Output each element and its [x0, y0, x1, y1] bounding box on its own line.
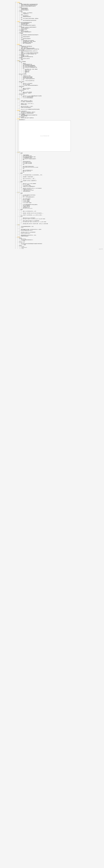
tree-node: 不同点	[21, 52, 102, 53]
leaf-text: 可推广:若a∥b,b∥c,c∥d,则a∥d	[21, 58, 102, 59]
tree-node: ①不相交的两条直线是平行线	[23, 64, 102, 65]
leaf-text: 如图,∠1=∠3, 试说明 a∥b	[23, 88, 102, 89]
tree-node: 8经过直线l外一点P,可以作__条直线与l平行(1)	[21, 179, 102, 181]
tree-node: 证:∵∠1=∠2 ∴AB∥CD	[23, 184, 102, 185]
leaf-text: 同一平面内,直线a与b满足a⊥c,b⊥c,则a与b的关系是____ (平行)	[23, 175, 102, 175]
tree-node: 两条直线被第三条直线所截,同位角相等,两直线平行	[23, 34, 102, 35]
leaf-text: 答:C(……应为可能,题答案依原卷为C)	[23, 196, 102, 197]
watermark: 道客巴巴	[99, 248, 103, 250]
leaf-text: 证:CD⊥AB,FG⊥AB→CD∥FG→∠2=∠DCB;又∠1=∠2→∠1=∠D…	[23, 221, 102, 222]
tree-node: ∵∠2=∠3 ∴BC∥EF(内错角相等)	[23, 97, 102, 98]
leaf-text: 分析:∠1与∠2是同位角	[23, 84, 102, 85]
tree-node: 知识归纳(知识结构表格见下)判定 方法 | 文字语言 | 图形 | 符号语言	[17, 118, 102, 152]
leaf-text: A.∠C=∠ABE B.∠A=∠EBD	[23, 162, 102, 163]
tree-node: ①垂直中"过一点"可在直线上或直线外;平行必须在直线外	[21, 53, 102, 53]
leaf-text: ∠APC=∠C-∠A (或 ∠A-∠C)	[21, 233, 102, 234]
leaf-text: ①垂直中"过一点"可在直线上或直线外;平行必须在直线外	[21, 53, 102, 53]
tree-node: ③射线不行,错	[25, 71, 102, 72]
leaf-text: ∴AB∥EF(平行于同一直线的两直线平行)	[23, 186, 102, 187]
leaf-text: 提示:∠A=∠F→AC∥DF→∠C=∠CEF;又∠C=∠D→∠D=∠CEF→BD…	[23, 218, 102, 219]
leaf-text: 如图,已知AB∥CD,点P在AB、CD之间,探究∠APC与∠A、∠C的关系	[21, 229, 102, 230]
tree-node: 三、解答题7如图,已知∠A=∠F,∠C=∠D,求证BD∥CE提示:∠A=∠F→A…	[19, 216, 102, 224]
node-label: 2	[21, 197, 22, 198]
leaf-text: 如果 b∥a, c∥a, 那么 b∥c	[21, 31, 102, 31]
tree-node: 拓展探究1平面内n条直线两两相交,最多有__个交点n(n-1)/22如图,已知A…	[17, 224, 102, 237]
node-label: 例6	[21, 94, 22, 95]
tree-node: 理解本质含义,体会研究平面图形位置关系的方法	[21, 6, 102, 7]
tree-node: 如图,若∠1=∠4,则__∥__;若∠2=∠3,则__∥__	[21, 103, 102, 104]
node-label: 1	[19, 225, 20, 226]
tree-node: 技法二 添加辅助线当图中角难以直接联系时,过某点作已知直线的平行线用平行公理推论…	[19, 114, 102, 116]
tree-node: 定义辨析平行线是针对同一平面内直线定义的"不相交"就是没有交点"直线"——线段、…	[19, 45, 102, 50]
node-label: 1	[19, 99, 20, 100]
tree-node: 三、解答题9如图,已知∠1=∠2,∠3+∠4=180°,求证AB∥EF证:∵∠1…	[19, 181, 102, 192]
leaf-text: A.60° B.80° C.100° D.120°	[23, 170, 102, 172]
tree-node: 答:√ (同垂直于一条直线的两直线平行)	[21, 101, 102, 102]
tree-node: 如图,能判定EB∥AC的是( )	[23, 161, 102, 162]
tree-node: 2如图,能判定EB∥AC的是( )A.∠C=∠ABE B.∠A=∠EBDC.∠C…	[21, 160, 102, 165]
tree-node: 3如图,下列条件中不能判定a∥b的是( )A.∠1=∠3 B.∠2=∠3 C.∠…	[21, 165, 102, 169]
leaf-text: 两条直线被第三条直线所截,同位角相等,两直线平行	[23, 34, 102, 35]
tree-node: 同旁内角互补 → 两直线平行	[23, 93, 102, 93]
leaf-text: 答:B	[23, 168, 102, 169]
leaf-text: ④同一平面内,没有公共点的两条直线是平行线	[23, 67, 102, 68]
tree-node: 3、4 略	[21, 248, 102, 249]
tree-node: [类型六] 综合运用例6如图,已知∠1=∠2=∠3=55°, 判断图中哪些直线平…	[19, 94, 102, 98]
summary-table: 判定 方法 | 文字语言 | 图形 | 符号语言	[19, 120, 71, 152]
tree-node: 8如图,CD⊥AB于D,FG⊥AB于G,∠1=∠2,试说明DE∥BC证:CD⊥A…	[21, 219, 102, 222]
tree-node: 同一平面内不相交的两条直线叫做平行线a∥b 表示直线a与直线b平行必须是"在同一…	[19, 22, 102, 26]
leaf-text: 下列说法正确的是( )	[23, 155, 102, 155]
leaf-text: ①缺"同一平面",错	[25, 70, 102, 70]
leaf-text: 如图,已知∠1=∠2, 求证 AB∥CD	[23, 83, 102, 84]
tree-node: 3将一副三角板按如图放置,则下列结论正确的有( )①若∠2=30°,则AC∥DE…	[21, 203, 102, 209]
leaf-text: A.∵∠1=∠2 ∴AD∥BC	[23, 199, 102, 200]
leaf-text: 3、4 略	[21, 248, 102, 249]
tree-node: 先找"三线八角"→ 确定角的类型 → 选判定方法	[21, 112, 102, 113]
tree-node: 已知∠1=70°,∠2=110°,试判断AB与CD的位置关系并说明理由	[21, 109, 102, 110]
tree-node: ④同一平面内,没有公共点的两条直线是平行线	[23, 67, 102, 68]
tree-node: 4(规律)如图,AB∥CD,在之间依次有P₁,P₂,…,Pₙ折点左侧角之和=右侧…	[19, 234, 102, 237]
node-label: 4	[21, 169, 22, 170]
leaf-text: 定义三条件:同一平面、不相交、两条直线	[25, 69, 102, 70]
node-label: 例4	[21, 87, 22, 88]
node-label: 2	[19, 228, 20, 229]
leaf-text: 共同点:都研究两条直线的位置关系;过一点都只有一条	[21, 51, 102, 51]
leaf-text: 如图,∠1=120°,要使a∥b,则∠2=( )	[23, 170, 102, 170]
tree-node: 平行线的判定判定1两条直线被第三条直线所截,同位角相等,两直线平行判定2内错角相…	[19, 32, 102, 44]
tree-node: 2课时综合运用判定方法说明过程的书写(证明格式)	[21, 14, 102, 17]
tree-node: 平面内n条直线两两相交,最多有__个交点	[21, 226, 102, 227]
tree-node: 技法三 逆向推理由结论出发,需要什么条件→逐步回到已知	[19, 117, 102, 118]
tree-node: 1课时平行线(含义、平行公理及推论)平行线的判定方法	[21, 11, 102, 14]
tree-node: 技法一 利用角关系判平行先找"三线八角"→ 确定角的类型 → 选判定方法注意:必…	[19, 111, 102, 114]
tree-node: ②过C能作几条与a平行的直线?	[23, 77, 102, 78]
tree-node: B.同一平面内,不平行的两条直线一定相交	[23, 156, 102, 157]
tree-node: 1判断:同一平面内,若a⊥b,a⊥c,则b∥c ( )答:√ (同垂直于一条直线…	[19, 99, 102, 102]
tree-node: 6补全推理:∵∠A=∠BDE(已知),∴__∥__( ),∴∠DEC+∠C=18…	[21, 214, 102, 216]
leaf-text: 如图,直线a、b被c所截,∠1=(3x+20)°,∠2=(2x+10)°,若a∥…	[23, 213, 102, 214]
tree-node: 7如图,∠B+∠BCD=180°,则__∥__,理由:____	[21, 178, 102, 179]
leaf-text: (规律)如图,AB∥CD,在之间依次有P₁,P₂,…,Pₙ折点	[21, 235, 102, 236]
leaf-text: 同位角相等,两直线平行	[21, 8, 102, 8]
tree-node: 答:C(……应为可能,题答案依原卷为C)	[23, 196, 102, 197]
leaf-text: 内错角相等 → a∥b	[23, 89, 102, 90]
leaf-text: 如图,CD⊥AB于D,FG⊥AB于G,∠1=∠2,试说明DE∥BC	[23, 220, 102, 221]
leaf-text: 注意:必须是"被第三条直线所截"形成的角	[21, 113, 102, 114]
tree-node: (探究)如图,∠ABC=∠ADC,BF、DE分别平分∠ABC、∠ADC,且∠1=…	[23, 223, 102, 224]
node-label: 7	[21, 216, 22, 218]
tree-node: 2如图,若∠1=∠4,则__∥__;若∠2=∠3,则__∥__答:AD∥BC; …	[19, 102, 102, 105]
tree-node: 同位角相等,两直线平行	[21, 8, 102, 8]
tree-node: 证:CD⊥AB,FG⊥AB→CD∥FG→∠2=∠DCB;又∠1=∠2→∠1=∠D…	[23, 221, 102, 222]
leaf-text: A.∠1=∠3 B.∠2=∠3 C.∠4=∠5 D.∠2+∠4=180°	[23, 167, 102, 168]
tree-node: C.∠C=∠ABC D.∠A=∠ABE	[23, 163, 102, 164]
leaf-text: 判定2、3均可由判定1推出	[23, 43, 102, 44]
tree-node: 例6如图,已知∠1=∠2=∠3=55°, 判断图中哪些直线平行并说明理由解:∵∠…	[21, 94, 102, 98]
node-label: 8	[21, 179, 22, 180]
tree-node: 答①一条 ②一条 ③互相平行(b∥c)	[23, 79, 102, 81]
tree-node: ∴AB∥EF(平行于同一直线的两直线平行)	[23, 186, 102, 187]
leaf-text: 1. n(n-1)/2	[21, 246, 102, 247]
node-label: 2	[21, 160, 22, 161]
leaf-text: 内错角相等,两直线平行	[21, 8, 102, 9]
leaf-text: 证:∵∠1=∠2 ∴AB∥CD	[23, 184, 102, 185]
tree-node: 参考答案基础巩固1.B 2.D 3.B 4.A5.平行 6.略 7.AB∥CD,…	[17, 237, 102, 249]
leaf-text: 4.40° 5.30 6.AC∥DF;同位角相等两直线平行;两直线平行同旁内角互…	[21, 243, 102, 244]
